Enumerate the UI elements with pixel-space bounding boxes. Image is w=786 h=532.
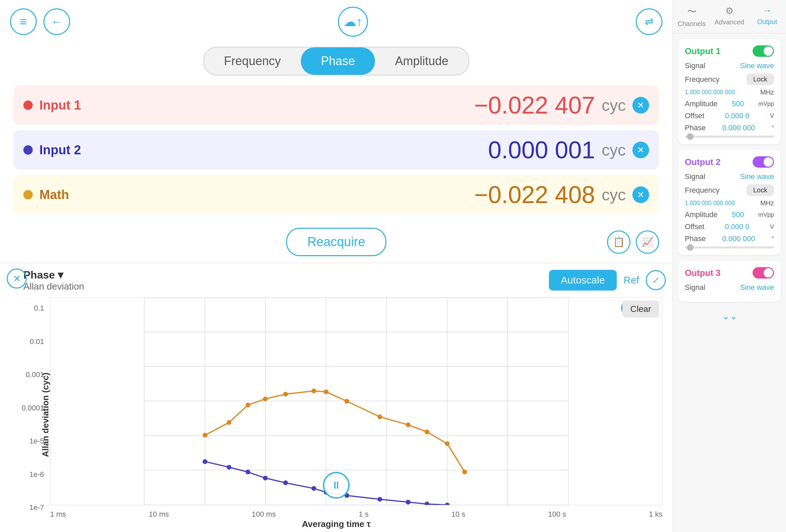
reacquire-icons: 📋 📈 <box>607 230 659 254</box>
tab-channels[interactable]: 〜 Channels <box>673 0 711 33</box>
output3-toggle[interactable] <box>753 267 774 279</box>
output2-phase-value[interactable]: 0.000 000 <box>722 234 755 243</box>
right-panel: 〜 Channels ⚙ Advanced → Output Output 1 … <box>672 0 786 532</box>
blue-dot <box>203 459 207 464</box>
output2-phase-slider[interactable] <box>685 247 774 249</box>
output1-signal-value[interactable]: Sine wave <box>740 62 774 70</box>
fullscreen-button[interactable]: ⤢ <box>646 270 666 290</box>
output2-lock-button[interactable]: Lock <box>747 184 774 196</box>
output2-toggle[interactable] <box>753 156 774 168</box>
output1-header: Output 1 <box>685 45 774 57</box>
output2-phase-row: Phase 0.000 000 ° <box>685 234 774 243</box>
output1-phase-value[interactable]: 0.000 000 <box>722 123 755 132</box>
orange-dot <box>203 433 207 438</box>
output1-offset-value[interactable]: 0.000 0 <box>725 112 749 120</box>
menu-icon: ≡ <box>20 15 27 29</box>
notes-button[interactable]: 📋 <box>607 230 630 254</box>
math-unit: cyc <box>602 186 626 204</box>
output1-offset-row: Offset 0.000 0 V <box>685 112 774 120</box>
tab-amplitude[interactable]: Amplitude <box>375 47 468 75</box>
autoscale-button[interactable]: Autoscale <box>549 270 617 291</box>
output1-amp-row: Amplitude 500 mVpp <box>685 99 774 108</box>
channels-icon: 〜 <box>687 5 696 18</box>
advanced-label: Advanced <box>715 18 744 26</box>
input2-close-button[interactable]: ✕ <box>632 142 649 158</box>
ref-button[interactable]: Ref <box>623 275 639 286</box>
y-label-00001: 0.0001 <box>22 404 44 412</box>
output2-freq-unit: MHz <box>760 200 774 207</box>
settings-button[interactable]: ⇌ <box>636 8 663 35</box>
tab-advanced[interactable]: ⚙ Advanced <box>711 0 748 33</box>
back-button[interactable]: ← <box>43 8 70 35</box>
output2-offset-value[interactable]: 0.000 0 <box>725 223 749 231</box>
output2-phase-unit: ° <box>772 235 774 242</box>
blue-dot <box>283 481 288 485</box>
trend-icon: 📈 <box>642 236 653 248</box>
chart-svg <box>50 297 663 505</box>
output-cards: Output 1 Signal Sine wave Frequency Lock… <box>673 33 786 532</box>
chart-area: Allan deviation (cyc) 0.1 0.01 0.001 0.0… <box>7 297 666 532</box>
output2-freq-value-row: 1.000 000 000 000 MHz <box>685 200 774 207</box>
back-icon: ← <box>51 15 63 29</box>
output3-toggle-knob <box>764 268 773 278</box>
upload-button[interactable]: ☁↑ <box>338 7 368 37</box>
blue-dot <box>406 500 410 504</box>
menu-button[interactable]: ≡ <box>10 8 37 35</box>
output1-lock-button[interactable]: Lock <box>747 73 774 85</box>
y-label-0001: 0.001 <box>26 370 44 379</box>
math-value: −0.022 408 <box>106 181 602 208</box>
output3-header: Output 3 <box>685 267 774 279</box>
output2-amp-label: Amplitude <box>685 210 718 219</box>
output2-amp-value[interactable]: 500 <box>732 210 744 219</box>
measurement-row-math: Math −0.022 408 cyc ✕ <box>13 175 659 214</box>
chart-section: ✕ Phase ▾ Allan deviation Autoscale Ref … <box>0 263 672 532</box>
orange-dot <box>311 388 316 393</box>
svg-rect-0 <box>144 298 568 505</box>
blue-dot <box>263 476 268 480</box>
x-label-100ms: 100 ms <box>252 510 276 519</box>
x-label-1s: 1 s <box>359 510 368 519</box>
output1-freq-value[interactable]: 1.000 000 000 000 <box>685 89 735 96</box>
blue-dot <box>246 469 250 474</box>
y-label-01: 0.1 <box>34 304 44 313</box>
clear-button[interactable]: Clear <box>622 301 659 318</box>
math-close-button[interactable]: ✕ <box>632 186 649 203</box>
output-card-1: Output 1 Signal Sine wave Frequency Lock… <box>678 39 781 144</box>
pause-button[interactable]: ⏸ <box>323 472 350 499</box>
output2-offset-label: Offset <box>685 223 704 231</box>
tab-frequency[interactable]: Frequency <box>204 47 301 75</box>
output1-slider-knob <box>687 133 694 140</box>
input1-value: −0.022 407 <box>106 92 602 119</box>
chart-title-sub: Allan deviation <box>23 281 84 292</box>
output2-offset-unit: V <box>770 224 774 230</box>
tab-phase[interactable]: Phase <box>301 47 375 75</box>
tab-output[interactable]: → Output <box>748 0 786 33</box>
close-chart-button[interactable]: ✕ <box>7 269 27 288</box>
input2-value: 0.000 001 <box>106 136 602 164</box>
output2-amp-unit: mVpp <box>758 211 774 218</box>
output2-signal-value[interactable]: Sine wave <box>740 172 774 181</box>
output1-toggle[interactable] <box>753 45 774 57</box>
top-bar-left: ≡ ← <box>10 8 70 35</box>
x-label-1ms: 1 ms <box>50 510 66 519</box>
output1-amp-value[interactable]: 500 <box>732 99 744 108</box>
output3-signal-value[interactable]: Sine wave <box>740 283 774 292</box>
input1-close-button[interactable]: ✕ <box>632 97 649 114</box>
notes-icon: 📋 <box>613 236 625 248</box>
blue-dot <box>378 497 382 502</box>
output2-freq-value[interactable]: 1.000 000 000 000 <box>685 200 735 207</box>
output1-signal-row: Signal Sine wave <box>685 62 774 70</box>
output1-phase-slider[interactable] <box>685 136 774 138</box>
output2-freq-row: Frequency Lock <box>685 184 774 196</box>
input2-unit: cyc <box>602 141 626 159</box>
fullscreen-icon: ⤢ <box>652 276 659 285</box>
dot-input1 <box>23 100 33 110</box>
trend-button[interactable]: 📈 <box>636 230 659 254</box>
scroll-down-button[interactable]: ⌄⌄ <box>678 307 781 325</box>
sliders-icon: ⇌ <box>645 15 654 28</box>
output1-amp-unit: mVpp <box>758 100 774 108</box>
output2-signal-row: Signal Sine wave <box>685 172 774 181</box>
output1-freq-unit: MHz <box>760 89 774 96</box>
output1-signal-label: Signal <box>685 62 705 70</box>
reacquire-button[interactable]: Reacquire <box>286 228 386 256</box>
